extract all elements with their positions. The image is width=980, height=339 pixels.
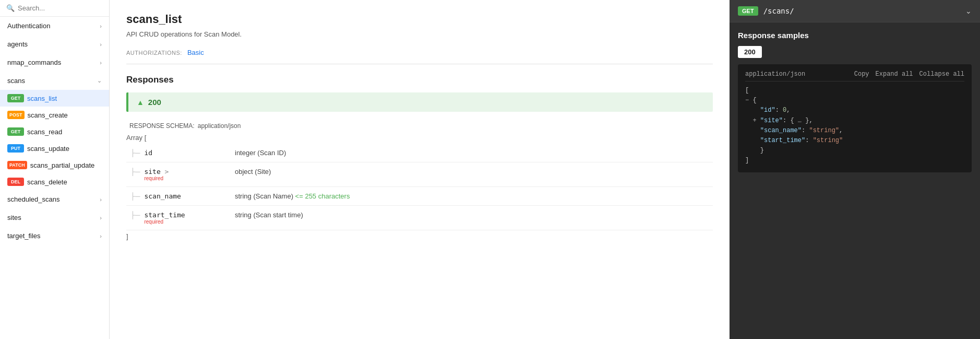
sidebar-item-target_files[interactable]: target_files › — [0, 227, 109, 245]
field-name: id — [144, 149, 152, 157]
sidebar-item-sites[interactable]: sites › — [0, 208, 109, 227]
indent-line: ├─ — [130, 168, 140, 176]
sidebar-item-agents[interactable]: agents › — [0, 35, 109, 53]
item-label-scans_partial_update: scans_partial_update — [30, 161, 95, 169]
endpoint-bar: GET /scans/ ⌄ — [730, 0, 980, 22]
response-200-bar: ▲ 200 — [126, 92, 713, 112]
method-badge: GET — [738, 6, 758, 16]
chevron-icon: › — [100, 215, 102, 221]
indent-line: ├─ — [130, 192, 140, 200]
item-label-scans_delete: scans_delete — [27, 178, 67, 186]
field-name-cell: ├─ scan_name — [126, 187, 231, 206]
response-code: 200 — [148, 98, 161, 107]
method-badge-scans_partial_update: PATCH — [7, 161, 27, 169]
field-type-cell: string (Scan start time) — [231, 206, 713, 230]
field-type: integer (Scan ID) — [235, 149, 286, 157]
content-type: application/json — [745, 71, 805, 78]
item-label-scans_list: scans_list — [27, 95, 57, 102]
method-badge-scans_delete: DEL — [7, 178, 24, 186]
code-line-6: } — [745, 146, 964, 156]
main-content: scans_list API CRUD operations for Scan … — [110, 0, 730, 339]
code-line-7: ] — [745, 156, 964, 166]
sidebar-items: Authentication ›agents ›nmap_commands ›s… — [0, 17, 109, 245]
chevron-icon: › — [100, 41, 102, 48]
response-samples-section: Response samples 200 application/json Co… — [730, 22, 980, 181]
sidebar-item-scans_partial_update[interactable]: PATCH scans_partial_update — [0, 157, 109, 173]
code-line-0: [ — [745, 86, 964, 96]
chevron-icon: ⌄ — [97, 77, 102, 84]
code-actions: CopyExpand allCollapse all — [854, 71, 964, 78]
auth-link[interactable]: Basic — [187, 49, 204, 56]
sidebar-item-scans_delete[interactable]: DEL scans_delete — [0, 173, 109, 190]
expand-arrow[interactable]: ▲ — [137, 98, 144, 107]
item-label-scans_create: scans_create — [28, 111, 68, 119]
search-input[interactable] — [18, 4, 103, 12]
sidebar-item-scans[interactable]: scans ⌄ — [0, 72, 109, 90]
code-block: application/json CopyExpand allCollapse … — [738, 64, 972, 172]
sidebar-item-nmap_commands[interactable]: nmap_commands › — [0, 53, 109, 72]
code-action-expand-all[interactable]: Expand all — [876, 71, 913, 78]
method-badge-scans_update: PUT — [7, 144, 24, 153]
response-code-button[interactable]: 200 — [738, 46, 762, 58]
endpoint-left: GET /scans/ — [738, 6, 794, 16]
auth-row: AUTHORIZATIONS: Basic — [126, 49, 713, 64]
code-lines: [− { "id": 0, + "site": { … }, "scan_nam… — [745, 86, 964, 166]
chevron-icon: › — [100, 23, 102, 29]
array-close: ] — [126, 232, 713, 240]
right-panel: GET /scans/ ⌄ Response samples 200 appli… — [730, 0, 980, 339]
section-label: agents — [7, 40, 28, 48]
sidebar-item-scans_list[interactable]: GET scans_list — [0, 90, 109, 107]
schema-section: RESPONSE SCHEMA:application/json Array [… — [126, 122, 713, 240]
table-row: ├─ site > required object (Site) — [126, 162, 713, 187]
schema-table: ├─ id integer (Scan ID) ├─ site > requir… — [126, 144, 713, 230]
search-box[interactable]: 🔍 — [0, 0, 109, 17]
table-row: ├─ start_time required string (Scan star… — [126, 206, 713, 230]
indent-line: ├─ — [130, 149, 140, 157]
code-action-copy[interactable]: Copy — [854, 71, 869, 78]
required-label: required — [144, 176, 169, 181]
field-type: string (Scan start time) — [235, 211, 303, 219]
responses-title: Responses — [126, 75, 713, 85]
field-name: scan_name — [144, 192, 181, 200]
auth-label: AUTHORIZATIONS: — [126, 50, 182, 56]
chevron-icon: › — [100, 196, 102, 203]
section-label: scans — [7, 77, 25, 85]
sidebar-item-scans_create[interactable]: POST scans_create — [0, 107, 109, 123]
required-label: required — [144, 219, 185, 225]
endpoint-chevron-icon[interactable]: ⌄ — [965, 7, 972, 15]
sidebar-item-authentication[interactable]: Authentication › — [0, 17, 109, 35]
item-label-scans_update: scans_update — [27, 145, 69, 153]
section-label: sites — [7, 214, 21, 221]
section-label: Authentication — [7, 22, 50, 30]
field-type: object (Site) — [235, 168, 271, 176]
code-line-3: + "site": { … }, — [745, 116, 964, 126]
section-label: target_files — [7, 232, 41, 240]
field-constraint[interactable]: <= 255 characters — [295, 192, 350, 200]
chevron-icon: › — [100, 60, 102, 66]
array-open: Array [ — [126, 134, 713, 142]
field-type-cell: object (Site) — [231, 162, 713, 187]
endpoint-path: /scans/ — [763, 7, 794, 15]
code-line-4: "scan_name": "string", — [745, 126, 964, 136]
code-line-1: − { — [745, 96, 964, 106]
field-name: start_time — [144, 211, 185, 219]
section-label: nmap_commands — [7, 59, 61, 66]
sidebar-item-scans_read[interactable]: GET scans_read — [0, 123, 109, 140]
field-type-cell: integer (Scan ID) — [231, 144, 713, 162]
sidebar-item-scheduled_scans[interactable]: scheduled_scans › — [0, 190, 109, 208]
field-name-cell: ├─ site > required — [126, 162, 231, 187]
code-line-5: "start_time": "string" — [745, 136, 964, 146]
page-subtitle: API CRUD operations for Scan Model. — [126, 30, 713, 38]
chevron-icon: › — [100, 233, 102, 239]
table-row: ├─ scan_name string (Scan Name) <= 255 c… — [126, 187, 713, 206]
code-action-collapse-all[interactable]: Collapse all — [919, 71, 964, 78]
section-label: scheduled_scans — [7, 195, 59, 203]
code-line-2: "id": 0, — [745, 106, 964, 115]
method-badge-scans_create: POST — [7, 111, 25, 119]
indent-line: ├─ — [130, 211, 140, 219]
field-type-cell: string (Scan Name) <= 255 characters — [231, 187, 713, 206]
sidebar-item-scans_update[interactable]: PUT scans_update — [0, 140, 109, 157]
method-badge-scans_read: GET — [7, 127, 24, 136]
field-name-cell: ├─ start_time required — [126, 206, 231, 230]
sidebar: 🔍 Authentication ›agents ›nmap_commands … — [0, 0, 110, 339]
